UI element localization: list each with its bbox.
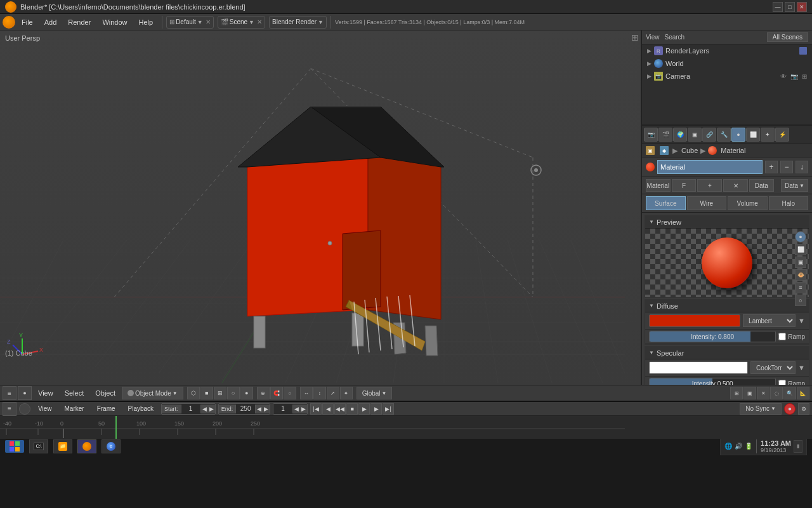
specular-header[interactable]: ▼ Specular — [645, 347, 809, 359]
scope-selector[interactable]: All Scenes — [767, 32, 808, 42]
specular-intensity-slider[interactable]: Intensity 0.500 — [649, 378, 776, 385]
blender-logo[interactable] — [3, 16, 15, 29]
material-down-btn[interactable]: ↓ — [796, 161, 808, 173]
menu-window[interactable]: Window — [97, 17, 132, 27]
camera-extra-icon[interactable]: ⊞ — [802, 73, 807, 80]
current-frame-input[interactable] — [273, 404, 292, 414]
start-frame-left-arrow[interactable]: ◀ — [200, 405, 208, 413]
tool1-btn[interactable]: ↔ — [300, 387, 313, 399]
volume-icon[interactable]: 🔊 — [735, 443, 742, 450]
outliner-item-camera[interactable]: ▶ 📷 Camera 👁 📷 ⊞ — [642, 70, 812, 83]
timeline-mode-icon[interactable] — [19, 403, 30, 415]
mat-data-btn[interactable]: Data — [749, 179, 774, 192]
outliner-search-btn[interactable]: Search — [665, 34, 685, 41]
skip-end-btn[interactable]: ▶| — [383, 403, 394, 415]
props-scene-btn[interactable]: 🎬 — [658, 128, 672, 142]
menu-add[interactable]: Add — [39, 17, 62, 27]
diffuse-shader-select[interactable]: Lambert Oren-Nayar Toon — [743, 314, 796, 327]
right-tool2-btn[interactable]: ▣ — [743, 387, 756, 399]
start-button[interactable] — [5, 440, 24, 453]
specular-ramp-toggle[interactable] — [778, 380, 786, 385]
end-frame-input[interactable] — [236, 404, 255, 414]
snap-btn[interactable]: 🧲 — [270, 387, 283, 399]
timeline-frame-menu[interactable]: Frame — [92, 404, 121, 413]
end-right-arrow[interactable]: ▶ — [263, 405, 270, 413]
scene-selector[interactable]: Scene — [230, 18, 247, 25]
breadcrumb-object-label[interactable]: Cube — [681, 147, 698, 154]
timeline-playback-menu[interactable]: Playback — [123, 404, 159, 413]
props-texture-btn[interactable]: ⬜ — [746, 128, 760, 142]
play-btn[interactable]: ▶ — [358, 403, 370, 415]
timeline-menu-icon[interactable]: ≡ — [3, 402, 16, 416]
shading-texture-btn[interactable]: ⊞ — [214, 387, 226, 399]
preview-cube-icon[interactable]: ▣ — [795, 257, 806, 268]
tool3-btn[interactable]: ↗ — [327, 387, 339, 399]
engine-selector[interactable]: Blender Render — [272, 18, 317, 25]
skip-start-btn[interactable]: |◀ — [310, 403, 322, 415]
start-frame-right-arrow[interactable]: ▶ — [208, 405, 215, 413]
mat-type-material-btn[interactable]: Material — [646, 179, 671, 192]
props-render-btn[interactable]: 📷 — [644, 128, 658, 142]
material-add-btn[interactable]: + — [765, 161, 778, 173]
network-icon[interactable]: 🌐 — [724, 443, 732, 450]
viewport-select-menu[interactable]: Select — [60, 388, 89, 398]
next-frame-btn[interactable]: ▶ — [370, 403, 382, 415]
diffuse-ramp-checkbox[interactable]: Ramp — [778, 333, 805, 340]
specular-shader-arrow[interactable]: ▼ — [798, 364, 805, 371]
props-material-btn[interactable]: ● — [731, 128, 745, 142]
preview-sphere-icon[interactable]: ● — [795, 231, 806, 243]
maximize-button[interactable]: □ — [785, 2, 795, 12]
ie-taskbar-icon[interactable]: e — [102, 439, 121, 453]
reverse-play-btn[interactable]: ◀◀ — [334, 403, 346, 415]
camera-visibility-icon[interactable]: 👁 — [780, 73, 787, 80]
record-btn[interactable]: ● — [784, 403, 796, 415]
camera-render-icon[interactable]: 📷 — [790, 73, 798, 80]
preview-hair-icon[interactable]: ≡ — [795, 282, 806, 293]
timeline-view-menu[interactable]: View — [33, 404, 57, 413]
diffuse-shader-arrow[interactable]: ▼ — [798, 317, 805, 324]
props-world-btn[interactable]: 🌍 — [673, 128, 687, 142]
mat-delete-btn[interactable]: ✕ — [723, 179, 748, 192]
diffuse-intensity-slider[interactable]: Intensity: 0.800 — [649, 331, 776, 342]
preview-monkey-icon[interactable]: 🐵 — [795, 269, 806, 281]
material-name-field[interactable] — [657, 160, 763, 174]
timeline-marker-menu[interactable]: Marker — [60, 404, 89, 413]
current-left-arrow[interactable]: ◀ — [292, 405, 300, 413]
tool2-btn[interactable]: ↕ — [313, 387, 326, 399]
tab-surface[interactable]: Surface — [646, 196, 686, 210]
breadcrumb-material-label[interactable]: Material — [721, 147, 745, 154]
preview-sky-icon[interactable]: ○ — [795, 295, 806, 306]
no-sync-selector[interactable]: No Sync ▼ — [740, 403, 782, 415]
viewport-mode-circle[interactable]: ● — [18, 386, 32, 400]
props-modifier-btn[interactable]: 🔧 — [717, 128, 731, 142]
diffuse-ramp-toggle[interactable] — [778, 333, 786, 340]
outliner-view-btn[interactable]: View — [646, 34, 660, 41]
mat-data-select[interactable]: Data▼ — [781, 179, 808, 192]
cmd-taskbar-icon[interactable]: C:\ — [29, 439, 48, 453]
props-constraint-btn[interactable]: 🔗 — [702, 128, 716, 142]
shading-wire-btn[interactable]: ⬡ — [187, 387, 200, 399]
specular-color-swatch[interactable] — [649, 361, 748, 374]
diffuse-header[interactable]: ▼ Diffuse — [645, 300, 809, 312]
right-tool3-btn[interactable]: ✕ — [757, 387, 769, 399]
outliner-item-world[interactable]: ▶ World — [642, 57, 812, 70]
stop-btn[interactable]: ■ — [346, 403, 358, 415]
tab-wire[interactable]: Wire — [687, 196, 727, 210]
preview-plane-icon[interactable]: ⬜ — [795, 244, 806, 255]
right-tool6-btn[interactable]: 📐 — [797, 387, 809, 399]
mat-plus-btn[interactable]: + — [697, 179, 722, 192]
mat-f-btn[interactable]: F — [672, 179, 697, 192]
material-remove-btn[interactable]: − — [780, 161, 793, 173]
explorer-taskbar-icon[interactable]: 📁 — [53, 439, 72, 453]
viewport-expand-icon[interactable]: ⊞ — [631, 32, 639, 43]
shading-material-btn[interactable]: ○ — [227, 387, 240, 399]
right-tool1-btn[interactable]: ⊞ — [730, 387, 743, 399]
tab-volume[interactable]: Volume — [728, 196, 768, 210]
object-mode-selector[interactable]: Object Mode ▼ — [122, 387, 183, 399]
minimize-button[interactable]: — — [773, 2, 783, 12]
timeline-ruler[interactable]: -40 -10 0 50 100 150 200 250 — [0, 416, 812, 439]
current-right-arrow[interactable]: ▶ — [300, 405, 307, 413]
diffuse-color-swatch[interactable] — [649, 314, 740, 327]
proportional-btn[interactable]: ○ — [284, 387, 296, 399]
viewport-3d[interactable]: User Persp ⊞ — [0, 30, 641, 385]
